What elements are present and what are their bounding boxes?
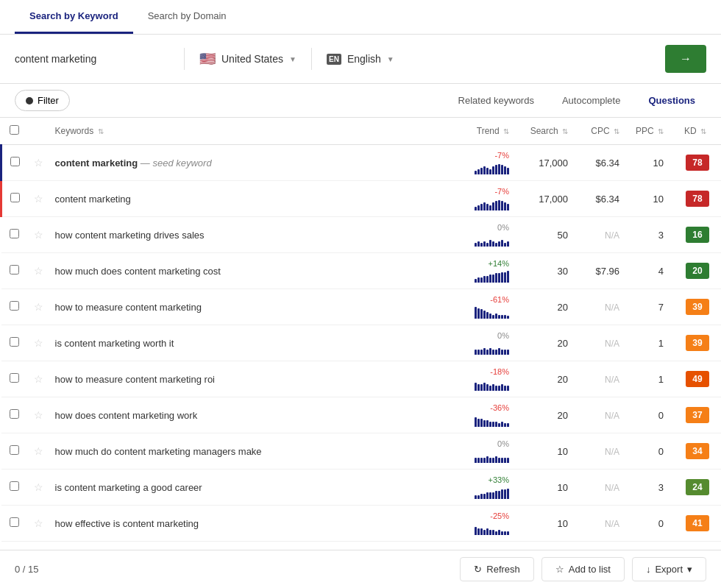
row-checkbox-cell[interactable]	[1, 289, 28, 325]
kd-badge: 49	[686, 371, 709, 387]
tab-domain[interactable]: Search by Domain	[133, 0, 241, 34]
favorite-star-icon[interactable]: ☆	[34, 445, 43, 457]
favorite-star-icon[interactable]: ☆	[34, 157, 43, 169]
cpc-header-label: CPC	[591, 126, 609, 136]
lang-chevron-icon: ▼	[387, 55, 394, 63]
row-checkbox-cell[interactable]	[1, 470, 28, 506]
favorite-star-icon[interactable]: ☆	[34, 517, 43, 529]
kd-cell: 37	[670, 397, 721, 433]
row-checkbox-cell[interactable]	[1, 325, 28, 361]
row-checkbox[interactable]	[10, 157, 20, 166]
ppc-cell: 4	[625, 253, 670, 289]
row-checkbox-cell[interactable]	[1, 506, 28, 542]
trend-cell: 0%	[434, 217, 515, 253]
favorite-star-icon[interactable]: ☆	[34, 301, 43, 313]
trend-cell: -18%	[434, 361, 515, 397]
row-checkbox[interactable]	[10, 301, 19, 311]
trend-bars	[475, 378, 509, 391]
favorite-star-icon[interactable]: ☆	[34, 193, 43, 205]
star-cell[interactable]: ☆	[28, 253, 49, 289]
keywords-header-label: Keywords	[55, 126, 94, 136]
row-checkbox[interactable]	[10, 373, 19, 383]
row-checkbox-cell[interactable]	[1, 217, 28, 253]
row-checkbox-cell[interactable]	[1, 253, 28, 289]
table-row: ☆ how effective is content marketing -25…	[1, 506, 722, 542]
row-checkbox[interactable]	[10, 481, 19, 491]
filter-button[interactable]: Filter	[15, 90, 70, 111]
col-kd[interactable]: KD ⇅	[670, 118, 721, 145]
refresh-label: Refresh	[486, 564, 520, 575]
col-cpc[interactable]: CPC ⇅	[574, 118, 625, 145]
table-row: ☆ content marketing — seed keyword -7% 1…	[1, 145, 722, 181]
row-checkbox[interactable]	[10, 445, 19, 455]
language-selector[interactable]: EN English ▼	[319, 50, 402, 68]
row-checkbox[interactable]	[10, 229, 19, 238]
trend-pct: -25%	[490, 511, 509, 520]
refresh-button[interactable]: ↻ Refresh	[460, 557, 534, 581]
col-check[interactable]	[1, 118, 28, 145]
keyword-cell: content marketing	[49, 181, 435, 217]
search-cell: 50	[515, 217, 574, 253]
ppc-cell: 0	[625, 397, 670, 433]
row-checkbox[interactable]	[10, 409, 19, 419]
kd-cell: 24	[670, 470, 721, 506]
filter-tabs: Related keywords Autocomplete Questions	[447, 90, 706, 111]
favorite-star-icon[interactable]: ☆	[34, 373, 43, 385]
row-checkbox-cell[interactable]	[1, 145, 28, 181]
star-cell[interactable]: ☆	[28, 181, 49, 217]
trend-bars	[475, 305, 509, 319]
star-cell[interactable]: ☆	[28, 470, 49, 506]
tab-autocomplete[interactable]: Autocomplete	[551, 90, 632, 111]
row-checkbox-cell[interactable]	[1, 397, 28, 433]
favorite-star-icon[interactable]: ☆	[34, 481, 43, 493]
star-cell[interactable]: ☆	[28, 433, 49, 470]
tab-questions[interactable]: Questions	[637, 90, 706, 111]
favorite-star-icon[interactable]: ☆	[34, 265, 43, 277]
col-keywords[interactable]: Keywords ⇅	[49, 118, 435, 145]
ppc-sort-icon: ⇅	[658, 127, 664, 135]
cpc-sort-icon: ⇅	[614, 127, 619, 135]
col-ppc[interactable]: PPC ⇅	[625, 118, 670, 145]
row-checkbox[interactable]	[10, 265, 19, 274]
cpc-cell: N/A	[574, 217, 625, 253]
star-cell[interactable]: ☆	[28, 217, 49, 253]
row-checkbox[interactable]	[10, 337, 19, 347]
star-cell[interactable]: ☆	[28, 145, 49, 181]
favorite-star-icon[interactable]: ☆	[34, 337, 43, 349]
row-checkbox[interactable]	[10, 517, 19, 527]
trend-sort-icon: ⇅	[503, 127, 509, 135]
col-search[interactable]: Search ⇅	[515, 118, 574, 145]
row-checkbox-cell[interactable]	[1, 361, 28, 397]
col-trend[interactable]: Trend ⇅	[434, 118, 515, 145]
tab-related[interactable]: Related keywords	[447, 90, 545, 111]
star-cell[interactable]: ☆	[28, 397, 49, 433]
kd-badge: 16	[686, 227, 709, 243]
keyword-cell: how much does content marketing cost	[49, 253, 435, 289]
trend-pct: +33%	[489, 475, 509, 484]
divider	[184, 48, 185, 70]
row-checkbox-cell[interactable]	[1, 433, 28, 470]
keyword-cell: how much do content marketing managers m…	[49, 433, 435, 470]
select-all-checkbox[interactable]	[10, 125, 19, 135]
kd-cell: 34	[670, 433, 721, 470]
add-to-list-button[interactable]: ☆ Add to list	[541, 557, 625, 581]
keyword-cell: content marketing — seed keyword	[49, 145, 435, 181]
star-cell[interactable]: ☆	[28, 325, 49, 361]
country-selector[interactable]: 🇺🇸 United States ▼	[192, 48, 304, 70]
trend-bars	[475, 197, 509, 210]
star-cell[interactable]: ☆	[28, 289, 49, 325]
cpc-cell: N/A	[574, 325, 625, 361]
star-cell[interactable]: ☆	[28, 506, 49, 542]
row-checkbox-cell[interactable]	[1, 181, 28, 217]
row-checkbox[interactable]	[10, 193, 20, 202]
favorite-star-icon[interactable]: ☆	[34, 229, 43, 241]
table-row: ☆ how much do content marketing managers…	[1, 433, 722, 470]
search-input[interactable]	[15, 53, 177, 65]
search-cell: 10	[515, 470, 574, 506]
cpc-cell: N/A	[574, 506, 625, 542]
export-button[interactable]: ↓ Export ▾	[632, 557, 706, 581]
search-button[interactable]: →	[665, 45, 706, 73]
favorite-star-icon[interactable]: ☆	[34, 409, 43, 421]
star-cell[interactable]: ☆	[28, 361, 49, 397]
tab-keyword[interactable]: Search by Keyword	[15, 0, 133, 34]
